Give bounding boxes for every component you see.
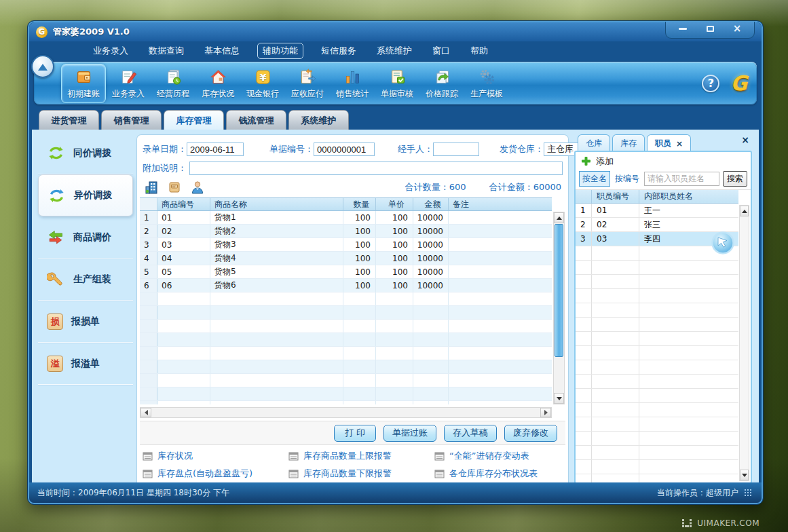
tab-system-maintenance[interactable]: 系统维护	[288, 110, 349, 130]
staff-row[interactable]: 202张三	[576, 218, 738, 232]
tab-inventory-management[interactable]: 库存管理	[164, 110, 224, 130]
minimize-button[interactable]	[675, 24, 690, 34]
toolbar-document-audit[interactable]: 单据审核	[375, 64, 419, 102]
search-by-name-toggle[interactable]: 按全名	[579, 171, 610, 187]
tab-cashflow-management[interactable]: 钱流管理	[226, 110, 286, 130]
scroll-up-button[interactable]	[554, 212, 564, 223]
toolbar-production-template[interactable]: 生产模板	[464, 64, 509, 102]
toolbar-initial-setup[interactable]: 初期建账	[61, 64, 106, 103]
vertical-scrollbar[interactable]	[553, 212, 565, 404]
print-button[interactable]: 打 印	[334, 425, 376, 442]
maximize-button[interactable]	[702, 24, 717, 34]
search-by-code-toggle[interactable]: 按编号	[614, 172, 641, 186]
toolbar-business-history[interactable]: 经营历程	[151, 64, 195, 102]
sidebar-item-diff-price-transfer[interactable]: 异价调拨	[38, 174, 133, 216]
date-field[interactable]	[187, 142, 244, 156]
sidebar-item-label: 同价调拨	[73, 147, 111, 159]
sidebar-item-overflow-report[interactable]: 溢 报溢单	[38, 343, 133, 385]
totals: 合计数量：600 合计金额：60000	[405, 181, 561, 193]
staff-row-empty	[576, 246, 738, 261]
help-icon[interactable]: ?	[702, 75, 719, 92]
staff-row-empty	[576, 261, 738, 275]
staff-shortcut-icon[interactable]	[190, 180, 205, 195]
link-upper-limit-alert[interactable]: 库存商品数量上限报警	[288, 450, 434, 462]
scroll-down-button[interactable]	[554, 393, 564, 404]
col-item-code: 商品编号	[157, 198, 210, 210]
table-row[interactable]: 303货物310010010000	[140, 238, 552, 252]
collapse-toolbar-button[interactable]	[31, 55, 54, 78]
menu-business-entry[interactable]: 业务录入	[90, 43, 131, 58]
table-row[interactable]: 202货物210010010000	[140, 225, 552, 238]
table-row[interactable]: 404货物410010010000	[140, 252, 552, 265]
toolbar-receivable-payable[interactable]: 应收应付	[285, 64, 330, 102]
tab-close-icon[interactable]: ×	[676, 139, 683, 149]
link-omnipotent-change-report[interactable]: “全能”进销存变动表	[434, 450, 563, 462]
scroll-left-button[interactable]	[140, 408, 151, 417]
resize-grip[interactable]	[744, 489, 752, 497]
save-draft-button[interactable]: 存入草稿	[444, 425, 497, 442]
staff-row[interactable]: 101王一	[576, 204, 738, 218]
actions-bar: 打 印 单据过账 存入草稿 废弃修改	[140, 421, 565, 445]
menu-system-maintenance[interactable]: 系统维护	[374, 43, 415, 58]
search-input[interactable]	[644, 172, 719, 186]
warehouse-shortcut-icon[interactable]	[144, 180, 159, 195]
tab-sales-management[interactable]: 销售管理	[101, 110, 162, 130]
link-stocktake[interactable]: 库存盘点(自动盘盈盘亏)	[143, 468, 288, 480]
doc-no-field[interactable]	[314, 142, 375, 156]
sidebar-item-goods-price-adjust[interactable]: 商品调价	[38, 216, 133, 259]
toolbar-inventory-status[interactable]: 库存状况	[195, 64, 240, 102]
staff-vertical-scrollbar[interactable]	[739, 205, 749, 481]
col-note: 备注	[449, 198, 552, 210]
table-row[interactable]: 606货物610010010000	[140, 279, 552, 292]
add-button[interactable]: 添加	[576, 152, 751, 170]
staff-row-empty	[576, 275, 738, 289]
sidebar-item-production-assembly[interactable]: 生产组装	[38, 259, 133, 301]
panel-close-icon[interactable]: ×	[741, 134, 749, 145]
menu-data-query[interactable]: 数据查询	[146, 43, 187, 58]
link-inventory-status[interactable]: 库存状况	[143, 450, 288, 462]
report-icon	[434, 452, 445, 461]
menu-help[interactable]: 帮助	[468, 43, 491, 58]
tab-purchase-management[interactable]: 进货管理	[39, 110, 99, 130]
link-lower-limit-alert[interactable]: 库存商品数量下限报警	[288, 468, 434, 480]
tab-inventory[interactable]: 库存	[612, 134, 645, 151]
wallet-icon	[75, 68, 93, 86]
price-tracking-icon	[433, 68, 451, 86]
table-row[interactable]: 101货物110010010000	[140, 211, 552, 225]
discard-changes-button[interactable]: 废弃修改	[504, 425, 557, 442]
scrollbar-thumb[interactable]	[555, 224, 563, 357]
tab-warehouse[interactable]: 仓库	[578, 134, 610, 151]
link-warehouse-distribution[interactable]: 各仓库库存分布状况表	[434, 468, 563, 480]
form-row-2: 附加说明：	[143, 161, 563, 176]
goods-shortcut-icon[interactable]	[167, 180, 182, 195]
table-row[interactable]: 505货物510010010000	[140, 265, 552, 279]
toolbar-sales-statistics[interactable]: 销售统计	[330, 64, 375, 102]
toolbar-business-entry[interactable]: 业务录入	[106, 64, 151, 102]
note-field[interactable]	[189, 162, 563, 175]
menu-aux-functions[interactable]: 辅助功能	[257, 43, 303, 59]
close-button[interactable]: ×	[730, 24, 745, 34]
menu-sms-service[interactable]: 短信服务	[318, 43, 359, 58]
shortcut-icons-row: 合计数量：600 合计金额：60000	[144, 178, 561, 196]
total-quantity: 合计数量：600	[405, 181, 466, 193]
scroll-up-button[interactable]	[740, 206, 749, 216]
sidebar-item-loss-report[interactable]: 损 报损单	[38, 301, 133, 343]
search-button[interactable]: 搜索	[723, 171, 747, 187]
overflow-box-icon: 溢	[47, 356, 63, 372]
horizontal-scrollbar[interactable]	[140, 407, 552, 418]
post-document-button[interactable]: 单据过账	[383, 425, 436, 442]
sidebar-item-label: 报损单	[71, 316, 100, 328]
toolbar-price-tracking[interactable]: 价格跟踪	[419, 64, 464, 102]
menu-window[interactable]: 窗口	[430, 43, 453, 58]
scroll-right-button[interactable]	[540, 408, 551, 417]
sidebar-item-same-price-transfer[interactable]: 同价调拨	[38, 132, 133, 174]
svg-text:¥: ¥	[259, 71, 266, 83]
handler-field[interactable]	[433, 142, 479, 156]
tab-staff[interactable]: 职员 ×	[647, 134, 691, 151]
staff-row-selected[interactable]: 303李四	[576, 232, 738, 246]
toolbar: 初期建账 业务录入 经营历程 库存状况 ¥ 现金银行 应收应付 销售统计 单据审	[34, 62, 757, 104]
toolbar-button-label: 销售统计	[336, 88, 369, 100]
toolbar-cash-bank[interactable]: ¥ 现金银行	[240, 64, 285, 102]
menu-basic-info[interactable]: 基本信息	[202, 43, 242, 58]
scroll-down-button[interactable]	[740, 470, 749, 480]
